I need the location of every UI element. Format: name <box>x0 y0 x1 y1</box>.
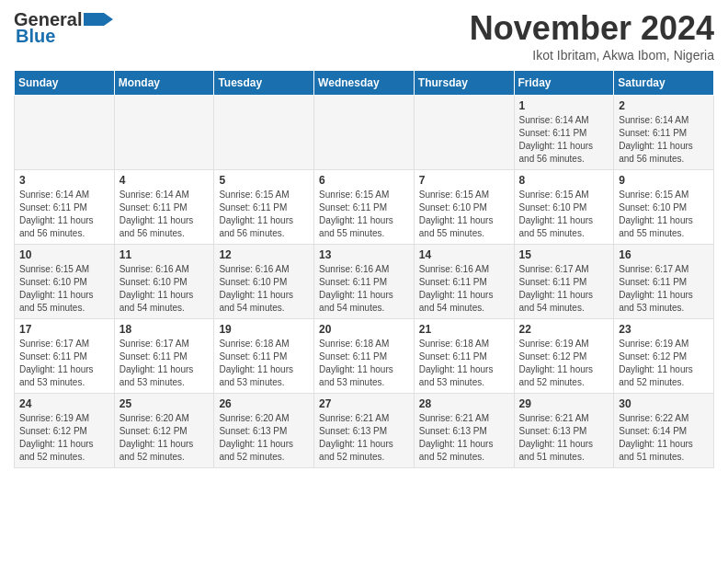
day-info: Sunrise: 6:17 AM Sunset: 6:11 PM Dayligh… <box>619 263 709 315</box>
calendar-cell: 12Sunrise: 6:16 AM Sunset: 6:10 PM Dayli… <box>214 245 314 319</box>
calendar-week-row: 1Sunrise: 6:14 AM Sunset: 6:11 PM Daylig… <box>15 96 714 170</box>
calendar-cell: 19Sunrise: 6:18 AM Sunset: 6:11 PM Dayli… <box>214 319 314 394</box>
calendar-cell: 27Sunrise: 6:21 AM Sunset: 6:13 PM Dayli… <box>314 394 415 468</box>
weekday-header: Saturday <box>614 71 714 96</box>
day-info: Sunrise: 6:16 AM Sunset: 6:10 PM Dayligh… <box>119 263 210 315</box>
logo-blue: Blue <box>16 26 55 47</box>
calendar-cell: 22Sunrise: 6:19 AM Sunset: 6:12 PM Dayli… <box>514 319 614 394</box>
calendar-cell <box>414 96 514 170</box>
calendar-cell: 17Sunrise: 6:17 AM Sunset: 6:11 PM Dayli… <box>15 319 115 394</box>
calendar-week-row: 17Sunrise: 6:17 AM Sunset: 6:11 PM Dayli… <box>15 319 714 394</box>
day-info: Sunrise: 6:17 AM Sunset: 6:11 PM Dayligh… <box>119 338 210 389</box>
calendar-cell: 25Sunrise: 6:20 AM Sunset: 6:12 PM Dayli… <box>114 394 214 468</box>
day-info: Sunrise: 6:18 AM Sunset: 6:11 PM Dayligh… <box>319 338 409 389</box>
logo-icon <box>84 9 113 29</box>
day-number: 11 <box>119 248 210 261</box>
weekday-header: Sunday <box>15 71 115 96</box>
day-info: Sunrise: 6:17 AM Sunset: 6:11 PM Dayligh… <box>519 263 609 315</box>
day-info: Sunrise: 6:17 AM Sunset: 6:11 PM Dayligh… <box>19 338 109 389</box>
calendar-table: SundayMondayTuesdayWednesdayThursdayFrid… <box>14 70 714 468</box>
weekday-header: Monday <box>114 71 214 96</box>
day-info: Sunrise: 6:21 AM Sunset: 6:13 PM Dayligh… <box>319 412 409 464</box>
calendar-cell <box>314 96 415 170</box>
day-info: Sunrise: 6:21 AM Sunset: 6:13 PM Dayligh… <box>419 412 509 464</box>
weekday-header: Thursday <box>414 71 514 96</box>
calendar-cell: 20Sunrise: 6:18 AM Sunset: 6:11 PM Dayli… <box>314 319 415 394</box>
day-number: 13 <box>319 248 409 261</box>
weekday-header: Wednesday <box>314 71 415 96</box>
day-info: Sunrise: 6:21 AM Sunset: 6:13 PM Dayligh… <box>519 412 609 464</box>
day-info: Sunrise: 6:20 AM Sunset: 6:13 PM Dayligh… <box>219 412 309 464</box>
calendar-cell: 21Sunrise: 6:18 AM Sunset: 6:11 PM Dayli… <box>414 319 514 394</box>
calendar-cell: 28Sunrise: 6:21 AM Sunset: 6:13 PM Dayli… <box>414 394 514 468</box>
day-info: Sunrise: 6:16 AM Sunset: 6:11 PM Dayligh… <box>319 263 409 315</box>
day-info: Sunrise: 6:14 AM Sunset: 6:11 PM Dayligh… <box>119 189 210 240</box>
weekday-header-row: SundayMondayTuesdayWednesdayThursdayFrid… <box>15 71 714 96</box>
calendar-cell <box>15 96 115 170</box>
day-number: 25 <box>119 397 210 410</box>
weekday-header: Tuesday <box>214 71 314 96</box>
day-info: Sunrise: 6:19 AM Sunset: 6:12 PM Dayligh… <box>19 412 109 464</box>
day-number: 14 <box>419 248 509 261</box>
day-info: Sunrise: 6:15 AM Sunset: 6:10 PM Dayligh… <box>519 189 609 240</box>
day-info: Sunrise: 6:19 AM Sunset: 6:12 PM Dayligh… <box>519 338 609 389</box>
title-area: November 2024 Ikot Ibritam, Akwa Ibom, N… <box>470 9 714 63</box>
day-info: Sunrise: 6:19 AM Sunset: 6:12 PM Dayligh… <box>619 338 709 389</box>
weekday-header: Friday <box>514 71 614 96</box>
day-info: Sunrise: 6:16 AM Sunset: 6:11 PM Dayligh… <box>419 263 509 315</box>
day-number: 24 <box>19 397 109 410</box>
calendar-cell: 6Sunrise: 6:15 AM Sunset: 6:11 PM Daylig… <box>314 170 415 245</box>
calendar-cell: 5Sunrise: 6:15 AM Sunset: 6:11 PM Daylig… <box>214 170 314 245</box>
day-number: 19 <box>219 323 309 336</box>
location: Ikot Ibritam, Akwa Ibom, Nigeria <box>470 48 714 63</box>
calendar-cell: 16Sunrise: 6:17 AM Sunset: 6:11 PM Dayli… <box>614 245 714 319</box>
day-info: Sunrise: 6:16 AM Sunset: 6:10 PM Dayligh… <box>219 263 309 315</box>
svg-marker-0 <box>84 13 113 26</box>
day-number: 18 <box>119 323 210 336</box>
calendar-week-row: 3Sunrise: 6:14 AM Sunset: 6:11 PM Daylig… <box>15 170 714 245</box>
calendar-cell: 14Sunrise: 6:16 AM Sunset: 6:11 PM Dayli… <box>414 245 514 319</box>
day-number: 26 <box>219 397 309 410</box>
calendar-cell: 3Sunrise: 6:14 AM Sunset: 6:11 PM Daylig… <box>15 170 115 245</box>
calendar-cell: 29Sunrise: 6:21 AM Sunset: 6:13 PM Dayli… <box>514 394 614 468</box>
day-info: Sunrise: 6:15 AM Sunset: 6:10 PM Dayligh… <box>419 189 509 240</box>
day-info: Sunrise: 6:15 AM Sunset: 6:11 PM Dayligh… <box>319 189 409 240</box>
day-number: 21 <box>419 323 509 336</box>
calendar-cell: 1Sunrise: 6:14 AM Sunset: 6:11 PM Daylig… <box>514 96 614 170</box>
calendar-cell: 10Sunrise: 6:15 AM Sunset: 6:10 PM Dayli… <box>15 245 115 319</box>
calendar-cell: 2Sunrise: 6:14 AM Sunset: 6:11 PM Daylig… <box>614 96 714 170</box>
day-number: 8 <box>519 174 609 187</box>
day-number: 3 <box>19 174 109 187</box>
header: General Blue November 2024 Ikot Ibritam,… <box>14 9 714 63</box>
day-info: Sunrise: 6:15 AM Sunset: 6:10 PM Dayligh… <box>619 189 709 240</box>
day-number: 29 <box>519 397 609 410</box>
calendar-week-row: 24Sunrise: 6:19 AM Sunset: 6:12 PM Dayli… <box>15 394 714 468</box>
day-number: 30 <box>619 397 709 410</box>
logo: General Blue <box>14 9 113 47</box>
day-number: 28 <box>419 397 509 410</box>
day-info: Sunrise: 6:15 AM Sunset: 6:10 PM Dayligh… <box>19 263 109 315</box>
calendar-cell: 26Sunrise: 6:20 AM Sunset: 6:13 PM Dayli… <box>214 394 314 468</box>
calendar-cell <box>114 96 214 170</box>
calendar-cell: 9Sunrise: 6:15 AM Sunset: 6:10 PM Daylig… <box>614 170 714 245</box>
day-number: 17 <box>19 323 109 336</box>
day-number: 12 <box>219 248 309 261</box>
calendar-cell: 11Sunrise: 6:16 AM Sunset: 6:10 PM Dayli… <box>114 245 214 319</box>
day-number: 15 <box>519 248 609 261</box>
day-number: 1 <box>519 99 609 112</box>
calendar-cell: 13Sunrise: 6:16 AM Sunset: 6:11 PM Dayli… <box>314 245 415 319</box>
day-number: 27 <box>319 397 409 410</box>
month-title: November 2024 <box>470 9 714 48</box>
day-info: Sunrise: 6:22 AM Sunset: 6:14 PM Dayligh… <box>619 412 709 464</box>
calendar-week-row: 10Sunrise: 6:15 AM Sunset: 6:10 PM Dayli… <box>15 245 714 319</box>
day-info: Sunrise: 6:18 AM Sunset: 6:11 PM Dayligh… <box>419 338 509 389</box>
calendar-cell: 8Sunrise: 6:15 AM Sunset: 6:10 PM Daylig… <box>514 170 614 245</box>
day-number: 20 <box>319 323 409 336</box>
calendar-cell <box>214 96 314 170</box>
calendar-cell: 18Sunrise: 6:17 AM Sunset: 6:11 PM Dayli… <box>114 319 214 394</box>
day-number: 9 <box>619 174 709 187</box>
day-info: Sunrise: 6:14 AM Sunset: 6:11 PM Dayligh… <box>619 114 709 166</box>
calendar-cell: 4Sunrise: 6:14 AM Sunset: 6:11 PM Daylig… <box>114 170 214 245</box>
calendar-cell: 30Sunrise: 6:22 AM Sunset: 6:14 PM Dayli… <box>614 394 714 468</box>
day-number: 10 <box>19 248 109 261</box>
